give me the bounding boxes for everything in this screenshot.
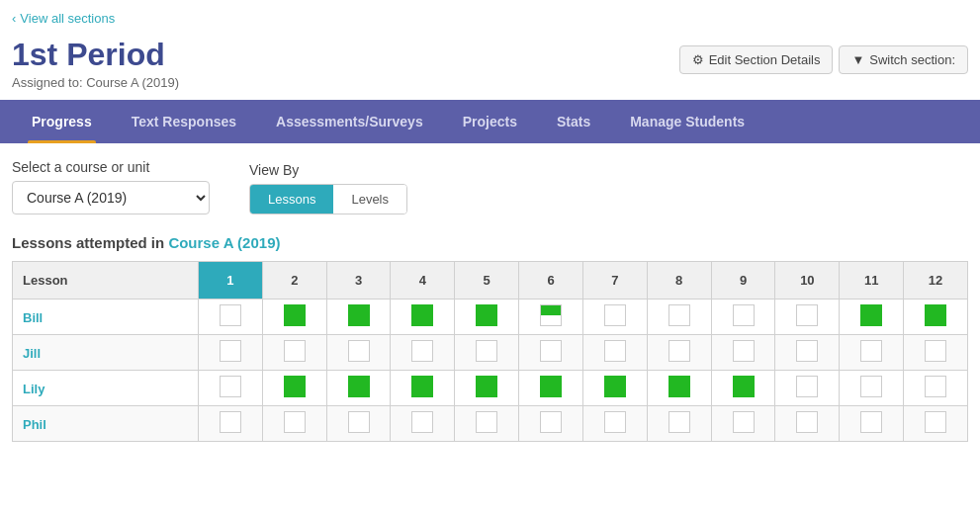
lesson-cell: [647, 335, 711, 371]
lesson-cell: [326, 335, 391, 371]
lesson-cell: [647, 371, 711, 406]
cell-indicator: [540, 304, 562, 326]
table-row: Jill: [13, 335, 968, 371]
tab-assessments[interactable]: Assessments/Surveys: [256, 100, 443, 143]
lesson-cell: [904, 406, 968, 442]
lesson-cell: [904, 371, 968, 406]
lesson-cell: [455, 371, 519, 406]
lesson-cell: [775, 371, 840, 406]
toggle-levels-button[interactable]: Levels: [333, 185, 406, 214]
cell-indicator: [860, 340, 882, 362]
cell-indicator: [476, 376, 497, 397]
cell-indicator: [733, 304, 755, 326]
switch-section-button[interactable]: ▼ Switch section:: [839, 45, 968, 74]
student-name[interactable]: Phil: [23, 417, 46, 432]
student-name[interactable]: Bill: [23, 310, 43, 325]
cell-indicator: [733, 411, 755, 433]
lesson-cell: [262, 371, 326, 406]
cell-indicator: [411, 304, 433, 326]
controls-row: Select a course or unit Course A (2019) …: [12, 159, 968, 214]
cell-indicator: [348, 411, 370, 433]
select-label: Select a course or unit: [12, 159, 210, 175]
col-header-9: 9: [711, 262, 775, 300]
cell-indicator: [540, 411, 562, 433]
cell-indicator: [925, 340, 946, 362]
edit-section-button[interactable]: ⚙ Edit Section Details: [679, 45, 834, 74]
col-header-6: 6: [519, 262, 583, 300]
lesson-cell: [391, 371, 455, 406]
lesson-cell: [199, 371, 263, 406]
chevron-left-icon: ‹: [12, 11, 16, 26]
lesson-cell: [262, 335, 326, 371]
cell-indicator: [796, 304, 818, 326]
tab-projects[interactable]: Projects: [443, 100, 537, 143]
lesson-cell: [775, 406, 840, 442]
student-name-cell: Bill: [13, 300, 199, 335]
lessons-table: Lesson 1 2 3 4 5 6 7 8 9 10 11 12 BillJi…: [12, 261, 968, 442]
view-by-group: View By Lessons Levels: [249, 162, 407, 214]
cell-indicator: [604, 411, 626, 433]
lesson-cell: [775, 300, 840, 335]
cell-indicator: [668, 340, 690, 362]
toggle-lessons-button[interactable]: Lessons: [250, 185, 333, 214]
student-name[interactable]: Jill: [23, 346, 41, 361]
col-header-10: 10: [775, 262, 840, 300]
cell-indicator: [540, 376, 562, 397]
lesson-cell: [904, 300, 968, 335]
course-select[interactable]: Course A (2019): [12, 181, 210, 214]
nav-tabs: Progress Text Responses Assessments/Surv…: [0, 100, 980, 143]
header-buttons: ⚙ Edit Section Details ▼ Switch section:: [679, 45, 968, 74]
cell-indicator: [925, 376, 946, 397]
lesson-cell: [582, 371, 647, 406]
lesson-cell: [840, 300, 904, 335]
tab-progress[interactable]: Progress: [12, 100, 112, 143]
lesson-cell: [840, 335, 904, 371]
lesson-cell: [519, 371, 583, 406]
lessons-heading: Lessons attempted in Course A (2019): [12, 234, 968, 251]
table-row: Lily: [13, 371, 968, 406]
view-by-toggle: Lessons Levels: [249, 184, 407, 214]
cell-indicator: [540, 340, 562, 362]
cell-indicator: [860, 376, 882, 397]
cell-indicator: [668, 304, 690, 326]
col-header-5: 5: [455, 262, 519, 300]
lesson-cell: [904, 335, 968, 371]
cell-indicator: [733, 376, 755, 397]
table-row: Phil: [13, 406, 968, 442]
cell-indicator: [284, 376, 306, 397]
lesson-cell: [840, 406, 904, 442]
col-header-12: 12: [904, 262, 968, 300]
lesson-cell: [326, 371, 391, 406]
lesson-cell: [391, 300, 455, 335]
lesson-cell: [519, 300, 583, 335]
lesson-cell: [455, 300, 519, 335]
student-name-cell: Phil: [13, 406, 199, 442]
cell-indicator: [860, 411, 882, 433]
student-name[interactable]: Lily: [23, 382, 45, 396]
student-name-cell: Lily: [13, 371, 199, 406]
cell-indicator: [411, 411, 433, 433]
cell-indicator: [411, 376, 433, 397]
tab-manage-students[interactable]: Manage Students: [610, 100, 764, 143]
lesson-cell: [647, 406, 711, 442]
top-nav: ‹ View all sections: [0, 0, 980, 32]
tab-stats[interactable]: Stats: [537, 100, 610, 143]
col-header-7: 7: [582, 262, 647, 300]
tab-text-responses[interactable]: Text Responses: [112, 100, 256, 143]
lesson-cell: [455, 406, 519, 442]
lesson-cell: [582, 406, 647, 442]
lesson-cell: [262, 406, 326, 442]
gear-icon: ⚙: [692, 52, 704, 67]
back-link[interactable]: ‹ View all sections: [12, 11, 115, 26]
cell-indicator: [220, 376, 241, 397]
cell-indicator: [220, 304, 241, 326]
cell-indicator: [348, 304, 370, 326]
lessons-course-name[interactable]: Course A (2019): [168, 234, 280, 251]
view-by-label: View By: [249, 162, 407, 178]
col-header-11: 11: [840, 262, 904, 300]
cell-indicator: [284, 304, 306, 326]
cell-indicator: [668, 376, 690, 397]
header-area: 1st Period Assigned to: Course A (2019) …: [0, 32, 980, 100]
student-name-cell: Jill: [13, 335, 199, 371]
assigned-label: Assigned to: Course A (2019): [12, 75, 179, 90]
